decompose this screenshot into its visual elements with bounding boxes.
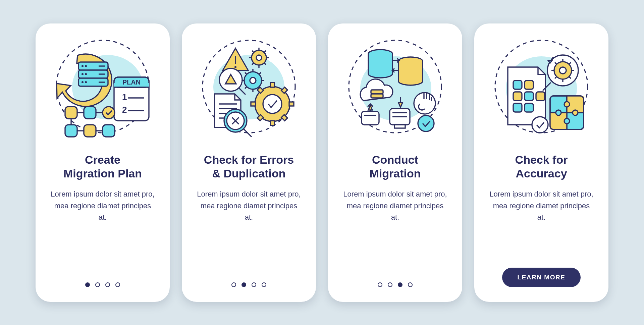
page-dot-1[interactable] (85, 282, 90, 287)
svg-point-50 (250, 77, 256, 84)
svg-line-46 (252, 51, 254, 53)
svg-point-36 (234, 66, 236, 68)
page-dot-3[interactable] (252, 282, 256, 287)
card-description: Lorem ipsum dolor sit amet pro, mea regi… (486, 188, 596, 223)
svg-rect-63 (251, 102, 256, 106)
page-dot-4[interactable] (115, 282, 120, 287)
svg-point-93 (414, 93, 435, 114)
svg-point-6 (85, 65, 87, 67)
svg-point-128 (564, 118, 570, 124)
card-check-errors: Check for Errors & Duplication Lorem ips… (182, 23, 316, 302)
page-dot-3[interactable] (105, 282, 110, 287)
svg-rect-84 (362, 111, 379, 125)
svg-point-9 (82, 81, 84, 83)
page-dot-2[interactable] (241, 282, 246, 287)
svg-rect-61 (270, 83, 274, 87)
svg-point-24 (103, 107, 115, 119)
svg-point-107 (559, 67, 566, 74)
svg-rect-100 (525, 92, 533, 101)
card-check-accuracy: Check for Accuracy Lorem ipsum dolor sit… (474, 23, 608, 302)
svg-point-8 (85, 73, 87, 75)
svg-rect-83 (371, 94, 383, 98)
svg-rect-26 (84, 125, 96, 137)
svg-line-45 (264, 51, 266, 53)
card-description: Lorem ipsum dolor sit amet pro, mea regi… (340, 188, 450, 223)
card-create-migration-plan: PLAN 1 2 (36, 23, 170, 302)
svg-point-40 (256, 55, 262, 60)
svg-rect-62 (270, 121, 274, 125)
svg-rect-87 (394, 125, 405, 128)
svg-point-125 (564, 102, 570, 107)
svg-point-94 (418, 115, 434, 131)
svg-rect-23 (84, 107, 96, 119)
create-migration-plan-icon: PLAN 1 2 (49, 37, 156, 144)
conduct-migration-icon (341, 37, 449, 144)
svg-text:2: 2 (122, 105, 127, 115)
svg-rect-99 (513, 92, 522, 101)
svg-rect-102 (513, 103, 522, 112)
page-dots (378, 282, 413, 287)
learn-more-button[interactable]: LEARN MORE (502, 268, 581, 287)
svg-point-10 (85, 81, 87, 83)
card-title: Create Migration Plan (63, 153, 142, 181)
page-dot-4[interactable] (408, 282, 413, 287)
svg-rect-97 (513, 80, 522, 89)
page-dot-2[interactable] (388, 282, 392, 287)
svg-rect-103 (525, 103, 533, 112)
svg-point-129 (532, 117, 548, 133)
plan-label: PLAN (122, 78, 141, 86)
card-description: Lorem ipsum dolor sit amet pro, mea regi… (194, 188, 304, 223)
svg-rect-98 (525, 80, 533, 89)
page-dot-1[interactable] (231, 282, 236, 287)
card-title: Check for Accuracy (515, 153, 568, 181)
svg-point-5 (82, 65, 84, 67)
svg-point-60 (263, 95, 282, 113)
svg-rect-82 (371, 90, 383, 94)
svg-text:1: 1 (122, 92, 127, 102)
svg-point-126 (556, 110, 561, 115)
card-description: Lorem ipsum dolor sit amet pro, mea regi… (48, 188, 158, 223)
page-dots (231, 282, 266, 287)
page-dot-1[interactable] (378, 282, 382, 287)
page-dot-3[interactable] (398, 282, 402, 287)
svg-rect-101 (536, 92, 545, 101)
svg-point-7 (82, 73, 84, 75)
check-accuracy-icon (488, 37, 595, 144)
page-dot-4[interactable] (262, 282, 266, 287)
svg-point-127 (573, 110, 578, 115)
card-title: Conduct Migration (370, 153, 421, 181)
check-errors-duplication-icon (195, 37, 303, 144)
svg-rect-22 (65, 107, 77, 119)
svg-rect-27 (103, 125, 115, 137)
card-conduct-migration: Conduct Migration Lorem ipsum dolor sit … (328, 23, 462, 302)
card-title: Check for Errors & Duplication (204, 153, 294, 181)
svg-rect-25 (65, 125, 77, 137)
page-dots (85, 282, 120, 287)
page-dot-2[interactable] (95, 282, 100, 287)
svg-rect-64 (289, 102, 294, 106)
onboarding-carousel: PLAN 1 2 (36, 23, 608, 302)
